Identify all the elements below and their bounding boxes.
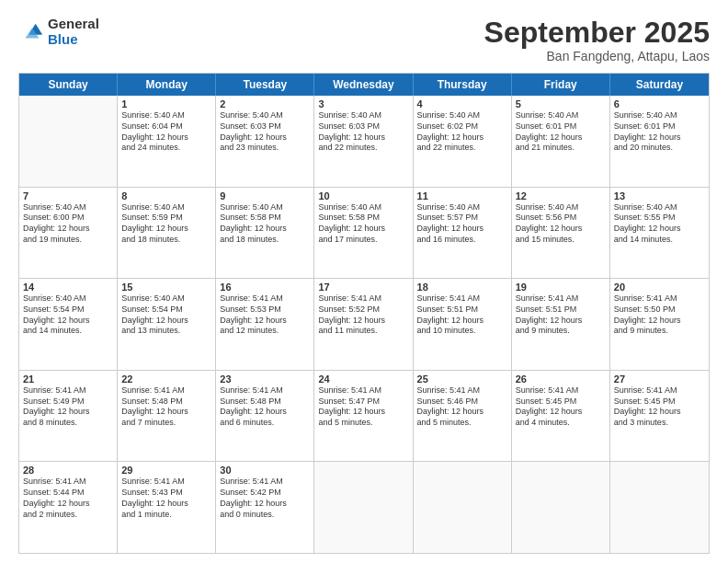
cell-line: Daylight: 12 hours xyxy=(23,407,113,418)
cell-line: Sunset: 6:01 PM xyxy=(516,121,606,132)
cell-line: Daylight: 12 hours xyxy=(614,407,705,418)
cell-line: and 23 minutes. xyxy=(220,143,310,154)
cell-line: Sunset: 5:57 PM xyxy=(417,213,507,224)
calendar-cell-3: 3Sunrise: 5:40 AMSunset: 6:03 PMDaylight… xyxy=(314,96,413,187)
calendar-cell-29: 29Sunrise: 5:41 AMSunset: 5:43 PMDayligh… xyxy=(118,462,216,553)
location-subtitle: Ban Fangdeng, Attapu, Laos xyxy=(484,49,710,63)
title-block: September 2025 Ban Fangdeng, Attapu, Lao… xyxy=(484,17,710,63)
cell-line: Daylight: 12 hours xyxy=(220,132,310,144)
calendar-row-4: 28Sunrise: 5:41 AMSunset: 5:44 PMDayligh… xyxy=(19,462,709,553)
calendar-cell-26: 26Sunrise: 5:41 AMSunset: 5:45 PMDayligh… xyxy=(512,371,610,462)
cell-line: Daylight: 12 hours xyxy=(614,132,705,144)
cell-line: and 0 minutes. xyxy=(220,510,310,521)
cell-line: Sunset: 5:53 PM xyxy=(220,304,310,316)
cell-line: Daylight: 12 hours xyxy=(516,407,606,418)
day-number: 2 xyxy=(220,98,310,109)
day-number: 17 xyxy=(318,282,408,293)
logo-icon xyxy=(18,19,44,45)
calendar-cell-19: 19Sunrise: 5:41 AMSunset: 5:51 PMDayligh… xyxy=(512,279,610,370)
cell-line: Sunset: 6:03 PM xyxy=(318,121,408,132)
cell-line: and 11 minutes. xyxy=(318,326,408,337)
cell-line: Daylight: 12 hours xyxy=(614,316,705,327)
cell-line: Sunrise: 5:41 AM xyxy=(121,385,211,396)
day-number: 10 xyxy=(318,190,408,201)
cell-line: and 22 minutes. xyxy=(417,143,507,154)
calendar-header: SundayMondayTuesdayWednesdayThursdayFrid… xyxy=(19,74,709,96)
cell-line: Sunrise: 5:41 AM xyxy=(516,385,606,396)
logo-blue-text: Blue xyxy=(48,32,99,48)
day-number: 22 xyxy=(121,373,211,385)
cell-line: Daylight: 12 hours xyxy=(121,316,211,327)
cell-line: Sunrise: 5:40 AM xyxy=(121,202,211,213)
cell-line: Daylight: 12 hours xyxy=(23,224,113,235)
header-day-monday: Monday xyxy=(118,74,216,96)
cell-line: and 12 minutes. xyxy=(220,326,310,337)
day-number: 27 xyxy=(614,373,705,385)
cell-line: and 18 minutes. xyxy=(121,235,211,246)
calendar-cell-empty xyxy=(610,462,709,553)
cell-line: Daylight: 12 hours xyxy=(220,224,310,235)
cell-line: Sunrise: 5:40 AM xyxy=(614,202,705,213)
day-number: 26 xyxy=(516,373,606,385)
day-number: 12 xyxy=(516,190,606,201)
cell-line: Sunset: 5:51 PM xyxy=(417,304,507,316)
header-day-wednesday: Wednesday xyxy=(314,74,413,96)
cell-line: Sunrise: 5:40 AM xyxy=(23,202,113,213)
calendar-cell-24: 24Sunrise: 5:41 AMSunset: 5:47 PMDayligh… xyxy=(314,371,413,462)
cell-line: Sunrise: 5:40 AM xyxy=(23,293,113,304)
cell-line: and 9 minutes. xyxy=(516,326,606,337)
calendar-cell-18: 18Sunrise: 5:41 AMSunset: 5:51 PMDayligh… xyxy=(414,279,512,370)
cell-line: Daylight: 12 hours xyxy=(318,316,408,327)
day-number: 13 xyxy=(614,190,705,201)
month-title: September 2025 xyxy=(484,17,710,49)
cell-line: Sunset: 5:48 PM xyxy=(220,396,310,408)
calendar-row-3: 21Sunrise: 5:41 AMSunset: 5:49 PMDayligh… xyxy=(19,371,709,463)
calendar-row-2: 14Sunrise: 5:40 AMSunset: 5:54 PMDayligh… xyxy=(19,279,709,371)
cell-line: Daylight: 12 hours xyxy=(220,407,310,418)
cell-line: Sunrise: 5:40 AM xyxy=(121,293,211,304)
calendar-cell-empty xyxy=(19,96,118,187)
cell-line: Daylight: 12 hours xyxy=(23,499,113,510)
header-day-sunday: Sunday xyxy=(19,74,118,96)
day-number: 15 xyxy=(121,282,211,293)
cell-line: Sunset: 5:54 PM xyxy=(23,304,113,316)
cell-line: Sunset: 5:52 PM xyxy=(318,304,408,316)
cell-line: Sunset: 5:43 PM xyxy=(121,488,211,499)
cell-line: Daylight: 12 hours xyxy=(516,316,606,327)
day-number: 21 xyxy=(23,373,113,385)
cell-line: Sunset: 5:44 PM xyxy=(23,488,113,499)
day-number: 9 xyxy=(220,190,310,201)
cell-line: Sunset: 5:56 PM xyxy=(516,213,606,224)
cell-line: Sunset: 5:51 PM xyxy=(516,304,606,316)
cell-line: Daylight: 12 hours xyxy=(220,499,310,510)
cell-line: Daylight: 12 hours xyxy=(417,316,507,327)
day-number: 23 xyxy=(220,373,310,385)
cell-line: Sunrise: 5:41 AM xyxy=(220,477,310,488)
calendar-cell-22: 22Sunrise: 5:41 AMSunset: 5:48 PMDayligh… xyxy=(118,371,216,462)
cell-line: and 3 minutes. xyxy=(614,418,705,429)
calendar-cell-11: 11Sunrise: 5:40 AMSunset: 5:57 PMDayligh… xyxy=(414,188,512,279)
cell-line: and 10 minutes. xyxy=(417,326,507,337)
cell-line: and 16 minutes. xyxy=(417,235,507,246)
cell-line: Daylight: 12 hours xyxy=(121,499,211,510)
header: General Blue September 2025 Ban Fangdeng… xyxy=(18,17,710,63)
cell-line: Sunrise: 5:40 AM xyxy=(417,110,507,121)
day-number: 7 xyxy=(23,190,113,201)
day-number: 14 xyxy=(23,282,113,293)
cell-line: and 14 minutes. xyxy=(614,235,705,246)
cell-line: Sunrise: 5:40 AM xyxy=(220,110,310,121)
cell-line: and 15 minutes. xyxy=(516,235,606,246)
calendar-cell-23: 23Sunrise: 5:41 AMSunset: 5:48 PMDayligh… xyxy=(216,371,314,462)
calendar-cell-21: 21Sunrise: 5:41 AMSunset: 5:49 PMDayligh… xyxy=(19,371,118,462)
calendar-cell-7: 7Sunrise: 5:40 AMSunset: 6:00 PMDaylight… xyxy=(19,188,118,279)
cell-line: Sunset: 5:48 PM xyxy=(121,396,211,408)
day-number: 11 xyxy=(417,190,507,201)
cell-line: Daylight: 12 hours xyxy=(220,316,310,327)
cell-line: Daylight: 12 hours xyxy=(417,407,507,418)
cell-line: Sunrise: 5:41 AM xyxy=(417,385,507,396)
cell-line: Sunset: 5:45 PM xyxy=(614,396,705,408)
cell-line: Sunrise: 5:40 AM xyxy=(318,202,408,213)
cell-line: Sunrise: 5:40 AM xyxy=(516,202,606,213)
day-number: 30 xyxy=(220,465,310,476)
cell-line: and 7 minutes. xyxy=(121,418,211,429)
